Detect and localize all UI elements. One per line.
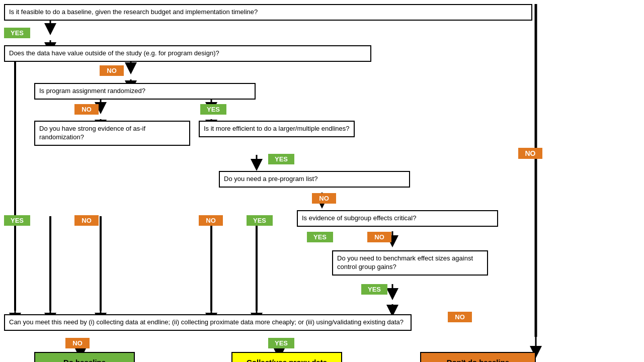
- collect-proxy-label: Collect/use proxy data: [247, 358, 327, 362]
- q9-box: Can you meet this need by (i) collecting…: [4, 314, 412, 331]
- q3-box: Is program assignment randomized?: [34, 83, 256, 100]
- q8-text: Do you need to benchmark effect sizes ag…: [337, 254, 473, 270]
- q3-no-badge: NO: [74, 104, 99, 115]
- q3-yes-badge: YES: [200, 104, 226, 115]
- q4-box: Do you have strong evidence of as-if ran…: [34, 121, 190, 146]
- q2-no-badge: NO: [100, 65, 124, 76]
- do-baseline-result: Do baseline: [34, 352, 135, 362]
- q5-text: Is it more efficient to do a larger/mult…: [204, 125, 350, 132]
- q9-text: Can you meet this need by (i) collecting…: [9, 318, 404, 326]
- q8-yes-badge: YES: [361, 284, 387, 295]
- dont-baseline-label: Don't do baseline: [447, 358, 509, 362]
- q1-yes-badge: YES: [4, 28, 30, 38]
- q4-yes-badge: YES: [4, 215, 30, 226]
- q5-box: Is it more efficient to do a larger/mult…: [199, 121, 355, 137]
- do-baseline-label: Do baseline: [63, 358, 106, 362]
- q6-box: Do you need a pre-program list?: [219, 171, 410, 188]
- q6-no-badge: NO: [312, 193, 336, 204]
- right-no-badge: NO: [518, 148, 542, 159]
- q1-text: Is it feasible to do a baseline, given t…: [9, 8, 258, 16]
- flowchart: Is it feasible to do a baseline, given t…: [0, 0, 644, 362]
- q7-box: Is evidence of subgroup effects critical…: [297, 210, 498, 227]
- q4-no-badge: NO: [74, 215, 99, 226]
- q5-yes-badge: YES: [268, 154, 294, 164]
- q5-no-badge: NO: [199, 215, 223, 226]
- q8-box: Do you need to benchmark effect sizes ag…: [332, 250, 488, 276]
- q9-yes-badge: YES: [268, 338, 294, 348]
- collect-proxy-result: Collect/use proxy data: [231, 352, 342, 362]
- q6-text: Do you need a pre-program list?: [224, 175, 317, 183]
- q1-box: Is it feasible to do a baseline, given t…: [4, 4, 532, 21]
- q6-yes-badge: YES: [247, 215, 273, 226]
- q7-no-badge: NO: [367, 232, 391, 242]
- q3-text: Is program assignment randomized?: [39, 87, 145, 95]
- q2-box: Does the data have value outside of the …: [4, 45, 371, 62]
- q7-text: Is evidence of subgroup effects critical…: [302, 214, 416, 222]
- q2-text: Does the data have value outside of the …: [9, 49, 219, 57]
- dont-no-badge: NO: [448, 312, 472, 322]
- q9-no-badge: NO: [65, 338, 90, 348]
- q4-text: Do you have strong evidence of as-if ran…: [39, 125, 145, 141]
- q7-yes-badge: YES: [307, 232, 333, 242]
- dont-baseline-result: Don't do baseline: [420, 352, 536, 362]
